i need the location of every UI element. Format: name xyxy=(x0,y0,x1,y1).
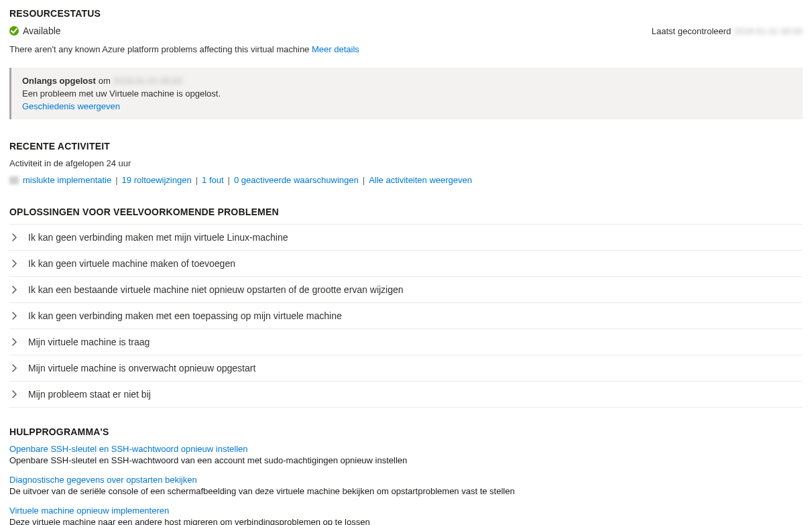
last-checked-label: Laatst gecontroleerd xyxy=(652,26,732,36)
tool-desc: Openbare SSH-sleutel en SSH-wachtwoord v… xyxy=(9,455,803,465)
activity-link-failed-deploy[interactable]: mislukte implementatie xyxy=(23,175,111,185)
separator: | xyxy=(196,175,198,185)
solution-item-label: Ik kan geen verbinding maken met mijn vi… xyxy=(28,232,288,243)
status-available: Available xyxy=(9,25,61,36)
tool-desc: De uitvoer van de seriële console of een… xyxy=(9,486,803,496)
resolved-timestamp: 2018-01-01 00:00 xyxy=(113,76,182,86)
resolved-description: Een probleem met uw Virtuele machine is … xyxy=(22,89,792,99)
chevron-right-icon xyxy=(11,259,19,268)
show-history-link[interactable]: Geschiedenis weergeven xyxy=(22,101,120,111)
chevron-right-icon xyxy=(11,233,19,241)
chevron-right-icon xyxy=(11,286,19,294)
check-circle-icon xyxy=(9,26,19,36)
last-checked-time: 2018-01-01 00:00 xyxy=(734,26,803,36)
tool-item: Diagnostische gegevens over opstarten be… xyxy=(9,475,803,496)
platform-message: There aren't any known Azure platform pr… xyxy=(9,44,309,54)
activity-links: mislukte implementatie | 19 roltoewijzin… xyxy=(9,175,803,185)
tool-desc: Deze virtuele machine naar een andere ho… xyxy=(9,517,803,525)
resolved-title-bold: Onlangs opgelost xyxy=(22,76,96,86)
tool-item: Openbare SSH-sleutel en SSH-wachtwoord o… xyxy=(9,444,803,465)
solution-item-label: Mijn virtuele machine is traag xyxy=(28,337,150,347)
chevron-right-icon xyxy=(11,390,19,398)
chevron-right-icon xyxy=(11,312,19,320)
solution-item[interactable]: Mijn virtuele machine is onverwacht opni… xyxy=(9,355,803,382)
tool-link-redeploy-vm[interactable]: Virtuele machine opnieuw implementeren xyxy=(9,506,803,516)
platform-message-row: There aren't any known Azure platform pr… xyxy=(9,44,803,54)
activity-link-view-all[interactable]: Alle activiteiten weergeven xyxy=(369,175,472,185)
solution-item[interactable]: Mijn probleem staat er niet bij xyxy=(9,382,803,408)
status-available-label: Available xyxy=(23,25,61,36)
tools-heading: HULPPROGRAMMA'S xyxy=(9,426,803,437)
chevron-right-icon xyxy=(11,338,19,346)
solution-item-label: Ik kan geen verbinding maken met een toe… xyxy=(28,310,342,321)
solution-item[interactable]: Ik kan geen verbinding maken met een toe… xyxy=(9,303,803,329)
status-row: Available Laatst gecontroleerd 2018-01-0… xyxy=(9,25,803,36)
tool-link-reset-ssh[interactable]: Openbare SSH-sleutel en SSH-wachtwoord o… xyxy=(9,444,803,454)
separator: | xyxy=(115,175,117,185)
recent-activity-heading: RECENTE ACTIVITEIT xyxy=(9,141,803,152)
activity-link-role-assignments[interactable]: 19 roltoewijzingen xyxy=(122,175,192,185)
tools-section: HULPPROGRAMMA'S Openbare SSH-sleutel en … xyxy=(9,426,803,525)
separator: | xyxy=(363,175,365,185)
activity-link-errors[interactable]: 1 fout xyxy=(202,175,224,185)
separator: | xyxy=(228,175,230,185)
failed-deploy-count-blur xyxy=(9,176,19,184)
resolved-title-om: om xyxy=(99,76,111,86)
solution-item-label: Ik kan een bestaande virtuele machine ni… xyxy=(28,284,404,295)
resource-status-heading: RESOURCESTATUS xyxy=(9,8,803,19)
recently-resolved-box: Onlangs opgelost om 2018-01-01 00:00 Een… xyxy=(9,68,803,119)
tool-item: Virtuele machine opnieuw implementeren D… xyxy=(9,506,803,525)
solution-item[interactable]: Ik kan geen virtuele machine maken of to… xyxy=(9,251,803,277)
activity-link-alerts[interactable]: 0 geactiveerde waarschuwingen xyxy=(234,175,359,185)
solution-item-label: Mijn probleem staat er niet bij xyxy=(28,389,151,400)
last-checked: Laatst gecontroleerd 2018-01-01 00:00 xyxy=(652,26,803,36)
solution-item-label: Ik kan geen virtuele machine maken of to… xyxy=(28,258,235,269)
solution-item[interactable]: Ik kan een bestaande virtuele machine ni… xyxy=(9,277,803,303)
solutions-list: Ik kan geen verbinding maken met mijn vi… xyxy=(9,224,803,408)
solutions-heading: OPLOSSINGEN VOOR VEELVOORKOMENDE PROBLEM… xyxy=(9,207,803,217)
solution-item[interactable]: Ik kan geen verbinding maken met mijn vi… xyxy=(9,224,803,251)
chevron-right-icon xyxy=(11,364,19,372)
solution-item[interactable]: Mijn virtuele machine is traag xyxy=(9,329,803,355)
recent-activity-subtitle: Activiteit in de afgelopen 24 uur xyxy=(9,158,803,168)
resolved-title: Onlangs opgelost om 2018-01-01 00:00 xyxy=(22,76,792,86)
tool-link-boot-diagnostics[interactable]: Diagnostische gegevens over opstarten be… xyxy=(9,475,803,485)
more-details-link[interactable]: Meer details xyxy=(312,44,359,54)
solution-item-label: Mijn virtuele machine is onverwacht opni… xyxy=(28,363,255,373)
